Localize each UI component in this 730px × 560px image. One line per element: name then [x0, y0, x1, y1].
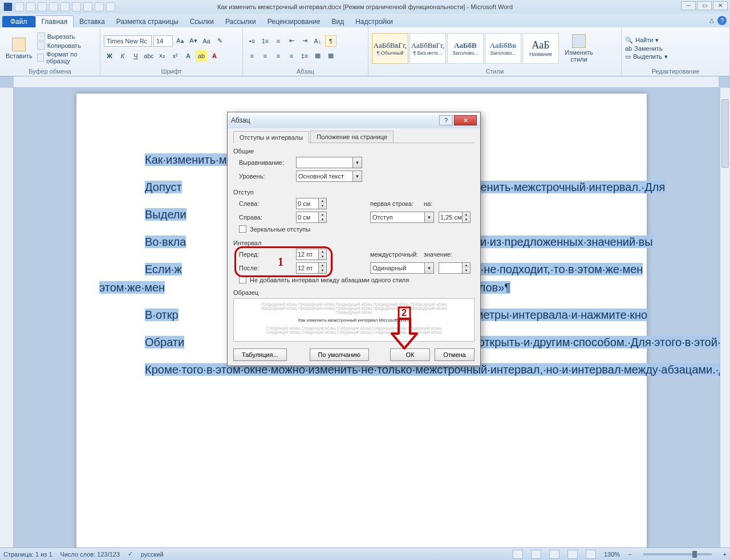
- status-page[interactable]: Страница: 1 из 1: [3, 551, 52, 558]
- styles-gallery[interactable]: АаБбВвГг,¶ Обычный АаБбВвГг,¶ Без инте..…: [372, 33, 559, 64]
- qat-email-icon[interactable]: [95, 2, 104, 11]
- font-name-combo[interactable]: Times New Rc: [104, 35, 152, 47]
- grow-font-icon[interactable]: A▴: [175, 35, 186, 47]
- dialog-help-button[interactable]: ?: [439, 115, 453, 125]
- value-spin[interactable]: ▲▼: [439, 262, 471, 274]
- alignment-combo[interactable]: ▼: [296, 157, 362, 168]
- zoom-thumb[interactable]: [692, 551, 697, 558]
- view-reading-icon[interactable]: [531, 550, 541, 559]
- change-styles-button[interactable]: Изменить стили: [561, 33, 597, 64]
- text-effects-icon[interactable]: A: [182, 50, 194, 62]
- file-tab[interactable]: Файл: [2, 16, 35, 27]
- before-spin[interactable]: 12 пт▲▼: [296, 249, 327, 260]
- style-normal[interactable]: АаБбВвГг,¶ Обычный: [372, 33, 408, 64]
- indent-left-spin[interactable]: 0 см▲▼: [296, 198, 327, 209]
- dialog-titlebar[interactable]: Абзац ? ✕: [228, 112, 480, 128]
- tab-references[interactable]: Ссылки: [184, 16, 220, 27]
- show-marks-icon[interactable]: ¶: [325, 35, 336, 47]
- cut-button[interactable]: Вырезать: [37, 33, 96, 40]
- style-heading1[interactable]: АаБбВЗаголово...: [447, 33, 484, 64]
- doc-line[interactable]: Во·вкла: [145, 236, 186, 248]
- tab-page-layout[interactable]: Разметка страницы: [111, 16, 184, 27]
- line-spacing-combo[interactable]: Одинарный▼: [370, 262, 434, 274]
- indent-right-spin[interactable]: 0 см▲▼: [296, 212, 327, 223]
- change-case-icon[interactable]: Aa: [201, 35, 212, 47]
- shading-icon[interactable]: ▦: [312, 50, 323, 62]
- after-spin[interactable]: 12 пт▲▼: [296, 262, 327, 274]
- qat-more-icon[interactable]: [106, 2, 115, 11]
- tab-review[interactable]: Рецензирование: [262, 16, 326, 27]
- close-button[interactable]: ✕: [713, 1, 728, 10]
- style-title[interactable]: АаБНазвание: [522, 33, 559, 64]
- dialog-close-button[interactable]: ✕: [454, 115, 477, 125]
- qat-save-icon[interactable]: [15, 2, 24, 11]
- borders-icon[interactable]: ▦: [325, 50, 336, 62]
- dialog-tab-linebreaks[interactable]: Положение на странице: [310, 131, 394, 143]
- help-icon[interactable]: ?: [717, 16, 727, 25]
- vertical-ruler[interactable]: [0, 88, 14, 547]
- first-line-combo[interactable]: Отступ▼: [370, 212, 434, 223]
- multilevel-icon[interactable]: ≡: [273, 35, 284, 47]
- scrollbar-thumb[interactable]: [721, 99, 729, 168]
- format-painter-button[interactable]: Формат по образцу: [37, 51, 96, 64]
- qat-print-icon[interactable]: [72, 2, 81, 11]
- cancel-button[interactable]: Отмена: [435, 348, 474, 361]
- replace-button[interactable]: abЗаменить: [625, 45, 668, 52]
- zoom-in-button[interactable]: +: [723, 551, 727, 558]
- proofing-icon[interactable]: ✓: [128, 550, 133, 558]
- superscript-icon[interactable]: x²: [169, 50, 181, 62]
- view-web-icon[interactable]: [549, 550, 559, 559]
- first-line-by-spin[interactable]: 1,25 см▲▼: [439, 212, 471, 223]
- minimize-button[interactable]: ─: [681, 1, 696, 10]
- paste-button[interactable]: Вставить: [3, 36, 35, 60]
- underline-icon[interactable]: Ч: [130, 50, 141, 62]
- subscript-icon[interactable]: x₂: [156, 50, 168, 62]
- copy-button[interactable]: Копировать: [37, 42, 96, 50]
- level-combo[interactable]: Основной текст▼: [296, 171, 362, 182]
- tab-insert[interactable]: Вставка: [74, 16, 111, 27]
- view-outline-icon[interactable]: [567, 550, 578, 559]
- doc-line[interactable]: м·не·подходит,·то·в·этом·же·мен: [473, 263, 643, 275]
- doc-line[interactable]: менить·межстрочный·интервал.·Для: [473, 181, 666, 193]
- tab-mailings[interactable]: Рассылки: [220, 16, 262, 27]
- doc-line[interactable]: Обрати: [145, 336, 184, 348]
- dialog-tab-indents[interactable]: Отступы и интервалы: [233, 131, 309, 143]
- shrink-font-icon[interactable]: A▾: [188, 35, 199, 47]
- align-right-icon[interactable]: ≡: [273, 50, 284, 62]
- tab-addins[interactable]: Надстройки: [350, 16, 399, 27]
- clear-format-icon[interactable]: ✎: [214, 35, 225, 47]
- qat-preview-icon[interactable]: [83, 2, 92, 11]
- status-words[interactable]: Число слов: 123/123: [60, 551, 120, 558]
- mirror-checkbox[interactable]: [239, 225, 246, 233]
- view-print-layout-icon[interactable]: [513, 550, 523, 559]
- style-heading2[interactable]: АаБбВвЗаголово...: [485, 33, 521, 64]
- ribbon-minimize-icon[interactable]: △: [709, 17, 714, 23]
- font-size-combo[interactable]: 14: [153, 35, 173, 47]
- select-button[interactable]: ▭Выделить ▾: [625, 53, 668, 60]
- doc-line[interactable]: ·открыть·и·другим·способом.·Для·этого·в·…: [475, 336, 720, 348]
- align-left-icon[interactable]: ≡: [246, 50, 258, 62]
- doc-line[interactable]: этом·же·мен: [99, 281, 165, 294]
- doc-line[interactable]: Допуст: [145, 181, 182, 193]
- default-button[interactable]: По умолчанию: [310, 348, 369, 361]
- align-center-icon[interactable]: ≡: [259, 50, 271, 62]
- doc-line[interactable]: ·и·из·предложенных·значений·вы: [477, 236, 652, 248]
- sort-icon[interactable]: A↓: [312, 35, 323, 47]
- zoom-level[interactable]: 130%: [604, 551, 620, 558]
- strike-icon[interactable]: abc: [143, 50, 155, 62]
- style-nospacing[interactable]: АаБбВвГг,¶ Без инте...: [409, 33, 446, 64]
- bullets-icon[interactable]: •≡: [246, 35, 258, 47]
- tab-home[interactable]: Главная: [35, 15, 74, 27]
- justify-icon[interactable]: ≡: [286, 50, 297, 62]
- doc-line[interactable]: В·откр: [145, 309, 179, 321]
- qat-new-icon[interactable]: [49, 2, 58, 11]
- qat-undo-icon[interactable]: [26, 2, 35, 11]
- numbering-icon[interactable]: 1≡: [259, 35, 271, 47]
- vertical-scrollbar[interactable]: [720, 88, 730, 547]
- doc-line[interactable]: Если·ж: [145, 263, 182, 275]
- inc-indent-icon[interactable]: ⇥: [299, 35, 310, 47]
- maximize-button[interactable]: ▭: [697, 1, 712, 10]
- line-spacing-icon[interactable]: ‡≡: [299, 50, 310, 62]
- qat-redo-icon[interactable]: [38, 2, 47, 11]
- find-button[interactable]: 🔍Найти ▾: [625, 36, 668, 44]
